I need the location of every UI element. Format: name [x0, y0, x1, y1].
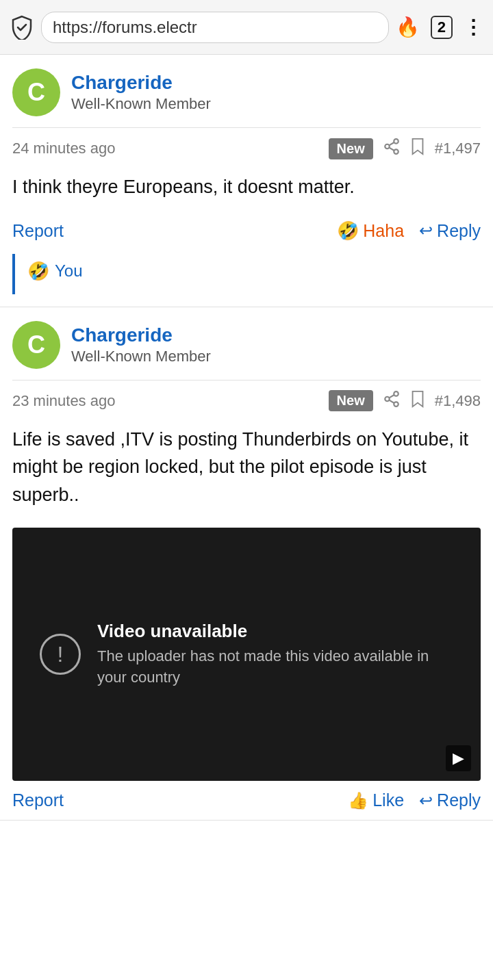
user-info-1: Chargeride Well-Known Member — [71, 72, 211, 113]
post-1: C Chargeride Well-Known Member 24 minute… — [0, 55, 493, 307]
video-error-text-2: Video unavailable The uploader has not m… — [97, 621, 453, 688]
video-unavailable-desc: The uploader has not made this video ava… — [97, 646, 453, 688]
user-header-2: C Chargeride Well-Known Member — [0, 307, 493, 380]
svg-line-9 — [389, 395, 394, 398]
user-role-2: Well-Known Member — [71, 348, 211, 365]
browser-toolbar: https://forums.electr 🔥 2 ⋮ — [0, 0, 493, 55]
svg-line-8 — [389, 400, 394, 402]
bookmark-icon-1[interactable] — [410, 138, 425, 159]
post-content-2: Life is saved ,ITV is posting Thunderbir… — [0, 419, 493, 521]
svg-point-5 — [394, 391, 399, 396]
svg-line-4 — [389, 142, 394, 145]
report-button-1[interactable]: Report — [12, 221, 64, 241]
svg-line-3 — [389, 148, 394, 151]
reply-icon-1: ↩ — [419, 221, 433, 240]
svg-point-6 — [385, 396, 390, 401]
bookmark-icon-2[interactable] — [410, 390, 425, 412]
post-actions-2: Report 👍 Like ↩ Reply — [0, 781, 493, 820]
user-header-1: C Chargeride Well-Known Member — [0, 55, 493, 127]
haha-label-1: Haha — [363, 221, 404, 241]
post-meta-1: 24 minutes ago New #1,497 — [0, 128, 493, 166]
user-role-1: Well-Known Member — [71, 95, 211, 113]
username-2[interactable]: Chargeride — [71, 324, 211, 346]
like-icon-2: 👍 — [348, 791, 368, 810]
url-bar[interactable]: https://forums.electr — [41, 12, 389, 43]
action-right-2: 👍 Like ↩ Reply — [348, 790, 481, 810]
avatar-2: C — [12, 321, 60, 369]
video-play-button[interactable]: ▶ — [446, 745, 471, 771]
like-label-2: Like — [372, 790, 404, 810]
post-time-1: 24 minutes ago — [12, 140, 319, 157]
reply-icon-2: ↩ — [419, 791, 433, 810]
post-actions-1: Report 🤣 Haha ↩ Reply — [0, 214, 493, 254]
reaction-emoji-1: 🤣 — [27, 261, 49, 282]
post-2: C Chargeride Well-Known Member 23 minute… — [0, 307, 493, 821]
post-time-2: 23 minutes ago — [12, 392, 319, 410]
browser-icons: 🔥 2 ⋮ — [396, 16, 483, 39]
reply-button-2[interactable]: ↩ Reply — [419, 790, 481, 810]
tab-count[interactable]: 2 — [431, 16, 453, 39]
reply-button-1[interactable]: ↩ Reply — [419, 221, 481, 241]
reply-label-1: Reply — [437, 221, 481, 241]
svg-point-7 — [394, 402, 399, 407]
post-meta-2: 23 minutes ago New #1,498 — [0, 381, 493, 419]
user-info-2: Chargeride Well-Known Member — [71, 324, 211, 365]
video-embed-2[interactable]: ! Video unavailable The uploader has not… — [12, 528, 481, 781]
svg-point-1 — [385, 144, 390, 149]
reaction-row-1: 🤣 You — [12, 254, 481, 294]
video-unavailable-title: Video unavailable — [97, 621, 453, 642]
avatar-1: C — [12, 68, 60, 116]
like-button-2[interactable]: 👍 Like — [348, 790, 404, 810]
username-1[interactable]: Chargeride — [71, 72, 211, 94]
new-badge-2: New — [329, 390, 373, 411]
haha-button-1[interactable]: 🤣 Haha — [337, 220, 404, 242]
report-button-2[interactable]: Report — [12, 790, 64, 810]
shield-icon — [10, 15, 34, 40]
reaction-user-1[interactable]: You — [55, 261, 83, 281]
new-badge-1: New — [329, 138, 373, 159]
post-number-2: #1,498 — [435, 392, 481, 410]
share-icon-2[interactable] — [383, 390, 401, 412]
post-content-1: I think theyre Europeans, it doesnt matt… — [0, 166, 493, 214]
post-number-1: #1,497 — [435, 140, 481, 157]
share-icon-1[interactable] — [383, 138, 401, 159]
action-right-1: 🤣 Haha ↩ Reply — [337, 220, 481, 242]
haha-emoji-1: 🤣 — [337, 220, 359, 242]
more-menu-icon[interactable]: ⋮ — [464, 16, 483, 38]
video-error-icon-2: ! — [40, 634, 81, 675]
flame-icon[interactable]: 🔥 — [396, 16, 420, 38]
svg-point-0 — [394, 139, 399, 144]
reply-label-2: Reply — [437, 790, 481, 810]
svg-point-2 — [394, 149, 399, 154]
